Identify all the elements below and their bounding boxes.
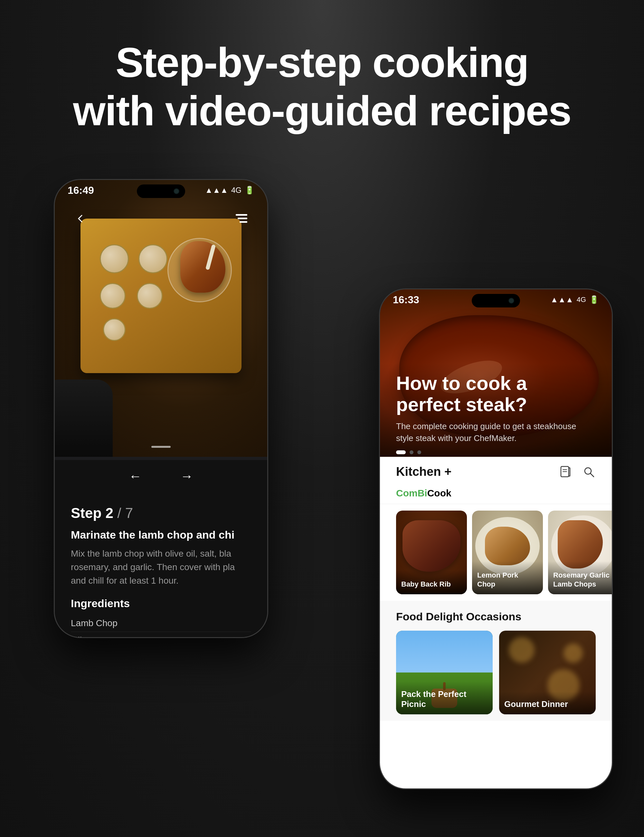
combicook-bar: ComBiCook [380, 483, 612, 504]
video-progress-dot [151, 446, 171, 448]
hero-title-line1: Step-by-step cooking [116, 39, 528, 86]
svg-point-6 [585, 468, 591, 474]
time-display-2: 16:33 [393, 294, 419, 306]
dynamic-island-1 [137, 184, 185, 198]
svg-rect-1 [238, 218, 247, 219]
ingredients-heading: Ingredients [71, 597, 251, 610]
occasion-label-1: Pack the Perfect Picnic [396, 681, 493, 714]
step-forward-arrow[interactable]: → [180, 469, 193, 484]
occasion-label-2: Gourmet Dinner [499, 691, 596, 714]
rib-meat [402, 520, 460, 572]
step-description: Mix the lamb chop with olive oil, salt, … [71, 547, 251, 588]
recipe-label-1: Baby Back Rib [396, 570, 467, 594]
dot-1 [396, 450, 406, 454]
recipe-label-2: Lemon Pork Chop [472, 561, 543, 594]
occasions-grid: Pack the Perfect Picnic Gourmet Dinner [396, 631, 596, 714]
bowl-4 [137, 283, 163, 309]
dot-2 [409, 450, 414, 454]
steak-hero: How to cook a perfect steak? The complet… [380, 289, 612, 457]
hero-title-line2: with video-guided recipes [73, 87, 571, 134]
phone1-nav [55, 202, 267, 235]
lamb-on-board [168, 231, 232, 305]
lamb-bone [205, 245, 216, 270]
cookbook-icon[interactable] [559, 464, 573, 479]
occasions-title: Food Delight Occasions [396, 611, 596, 623]
dynamic-island-2 [472, 294, 520, 307]
network-type-2: 4G [577, 295, 586, 304]
bowl-2 [138, 245, 168, 273]
pork-meat [485, 527, 530, 565]
occasion-card-1[interactable]: Pack the Perfect Picnic [396, 631, 493, 714]
status-icons-2: ▲▲▲ 4G 🔋 [550, 294, 599, 304]
step-navigation: ← → [55, 460, 267, 492]
recipes-scroll[interactable]: Baby Back Rib Lemon Pork Chop [380, 504, 612, 601]
app-title: Kitchen + [396, 465, 452, 479]
dot-3 [417, 450, 421, 454]
step-content: Step 2 / 7 Marinate the lamb chop and ch… [55, 492, 267, 637]
recipe-card-1[interactable]: Baby Back Rib [396, 510, 467, 594]
bowl-3 [100, 283, 126, 309]
battery-icon-2: 🔋 [589, 295, 599, 304]
hero-section: Step-by-step cooking with video-guided r… [0, 0, 644, 161]
hero-steak-subtitle: The complete cooking guide to get a stea… [396, 420, 596, 444]
steak-background: How to cook a perfect steak? The complet… [380, 289, 612, 457]
network-type-1: 4G [231, 186, 242, 195]
recipe-card-3[interactable]: Rosemary Garlic Lamb Chops [548, 510, 612, 594]
menu-button-1[interactable] [232, 209, 251, 228]
ingredient-lamb-chop: Lamb Chop [71, 615, 251, 632]
back-button-1[interactable] [71, 209, 90, 228]
phones-container: 16:49 ▲▲▲ 4G 🔋 [0, 161, 644, 804]
hero-title: Step-by-step cooking with video-guided r… [0, 39, 644, 135]
hero-text-overlay: How to cook a perfect steak? The complet… [380, 363, 612, 457]
food-occasions: Food Delight Occasions Pack the Perfect … [380, 601, 612, 721]
bowl-5 [103, 318, 126, 341]
dinner-light-2 [564, 643, 583, 663]
header-icons [559, 464, 596, 479]
svg-rect-0 [236, 214, 247, 216]
search-icon[interactable] [582, 464, 596, 479]
ingredient-oil: Oil [71, 632, 251, 637]
bowl-1 [100, 245, 129, 273]
phone-1: 16:49 ▲▲▲ 4G 🔋 [55, 180, 267, 637]
dinner-light-1 [509, 637, 534, 663]
svg-rect-2 [240, 221, 247, 223]
hero-dots [380, 450, 612, 454]
time-display-1: 16:49 [67, 184, 94, 196]
recipe-label-3: Rosemary Garlic Lamb Chops [548, 561, 612, 594]
step-title: Marinate the lamb chop and chi [71, 528, 251, 542]
recipe-card-2[interactable]: Lemon Pork Chop [472, 510, 543, 594]
status-icons-1: ▲▲▲ 4G 🔋 [205, 184, 255, 195]
step-label: Step 2 / 7 [71, 505, 251, 521]
picnic-sky [396, 631, 493, 677]
chef-glove [55, 379, 113, 457]
battery-icon-1: 🔋 [245, 186, 255, 195]
svg-line-7 [591, 474, 594, 477]
step-back-arrow[interactable]: ← [129, 469, 142, 484]
phone-2: 16:33 ▲▲▲ 4G 🔋 How to cook a perfect ste… [380, 289, 612, 788]
phone2-content: ComBiCook Baby Back Rib [380, 483, 612, 788]
combicook-logo: ComBiCook [396, 488, 596, 499]
hero-steak-title: How to cook a perfect steak? [396, 373, 596, 415]
occasion-card-2[interactable]: Gourmet Dinner [499, 631, 596, 714]
cutting-board [80, 218, 242, 373]
signal-icon-2: ▲▲▲ [550, 295, 573, 304]
app-header: Kitchen + [380, 457, 612, 484]
signal-icon-1: ▲▲▲ [205, 186, 228, 195]
